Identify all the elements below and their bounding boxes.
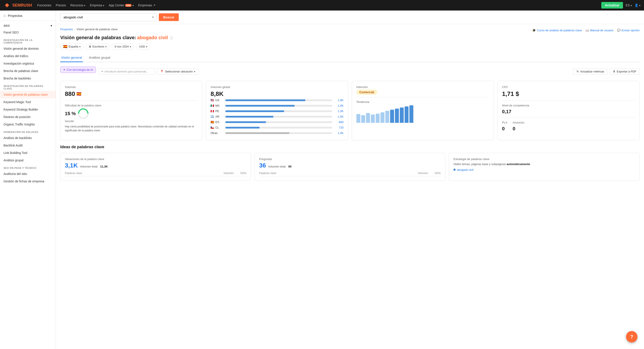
nivel-value: 0,17: [502, 109, 635, 114]
tab-vision-general[interactable]: Visión general: [60, 53, 83, 62]
filter-country[interactable]: 🇪🇸 España: [60, 43, 84, 50]
volume-num: 880: [334, 120, 344, 124]
volume-table: 🇺🇸 US 1,9K 🇲🇽 MX 1,6K 🇵🇪 PE: [210, 97, 344, 136]
kw-dot: [454, 169, 456, 171]
sidebar-category-competencia: INVESTIGACIÓN DE LA COMPETENCIA: [0, 36, 56, 45]
volume-country: 🇪🇸 ES: [210, 120, 224, 124]
volume-row: 🇲🇽 MX 1,6K: [210, 103, 344, 108]
sidebar-item-keyword-magic[interactable]: Keyword Magic Tool: [0, 98, 56, 106]
pla-value: 0: [502, 126, 508, 132]
nav-precios[interactable]: Precios: [56, 3, 66, 7]
volume-bar: [226, 127, 260, 128]
volume-country: 🇦🇷 AR: [210, 115, 224, 118]
nav-recursos[interactable]: Recursos: [70, 3, 86, 7]
page-title-keyword: abogado civil: [137, 35, 168, 40]
preguntas-vol-value: 90: [288, 165, 291, 168]
volume-row: 🇨🇱 CL 720: [210, 125, 344, 130]
volume-bar-wrapper: [226, 99, 332, 101]
nav-empresa[interactable]: Empresa: [90, 3, 104, 7]
btn-export-pdf[interactable]: ⬆ Exportar a PDF: [610, 68, 640, 75]
trend-bar: [376, 114, 380, 123]
device-chevron: [105, 45, 107, 48]
filter-date[interactable]: 6 nov 2024: [112, 43, 134, 49]
lang-selector[interactable]: ES: [626, 3, 632, 7]
trend-bar: [380, 112, 384, 123]
sidebar-item-link-building[interactable]: Link Building Tool: [0, 149, 56, 157]
nav-appcenter[interactable]: App Center new: [109, 3, 134, 7]
clear-icon[interactable]: ✕: [152, 15, 154, 19]
pla-section: PLA 0: [502, 121, 508, 132]
help-button[interactable]: ?: [626, 331, 638, 343]
card-intencion: Intención Comercial Tendencia: [352, 81, 494, 140]
sidebar-item-vision-palabras[interactable]: Visión general de palabras clave: [0, 91, 56, 98]
variaciones-value[interactable]: 3,1K: [65, 162, 78, 169]
domain-input[interactable]: ✦ Introduce dominio para personali...: [98, 68, 155, 75]
link-manual[interactable]: 📖 Manual de usuario: [586, 29, 614, 32]
sidebar-item-panel-seo[interactable]: Panel SEO: [0, 29, 56, 36]
sidebar-proyectos[interactable]: ⌂ Proyectos: [0, 10, 56, 21]
date-label: 6 nov 2024: [114, 45, 128, 48]
sidebar-seo-section[interactable]: SEO ▾: [0, 21, 56, 29]
toolbar-actions: ↻ Actualizar métricas ⬆ Exportar a PDF: [573, 68, 640, 75]
sidebar-item-keyword-strategy[interactable]: Keyword Strategy Builder: [0, 106, 56, 113]
cpc-value: 1,71 $: [502, 90, 635, 97]
btn-actualizar[interactable]: Actualizar: [601, 2, 623, 8]
volume-country: 🇨🇱 CL: [210, 126, 224, 129]
sidebar-item-organic-insights[interactable]: Organic Traffic Insights: [0, 121, 56, 128]
filter-currency[interactable]: USD: [136, 43, 150, 49]
col-kw-2: Palabras clave: [259, 172, 411, 175]
trend-bar: [404, 106, 408, 123]
card-volumen: Volumen 880 🇪🇸 Dificultad de la palabra …: [60, 81, 202, 140]
seo-label: SEO: [4, 24, 10, 27]
volume-bar: [226, 99, 305, 101]
sidebar-item-brecha-backlinks[interactable]: Brecha de backlinks: [0, 75, 56, 82]
content-area: Proyectos › Visión general de palabras c…: [56, 24, 644, 184]
metrics-grid: Volumen 880 🇪🇸 Dificultad de la palabra …: [60, 81, 640, 140]
top-navigation: SEMRUSH Funciones Precios Recursos Empre…: [0, 0, 644, 10]
breadcrumb-proyectos[interactable]: Proyectos: [60, 27, 73, 31]
sidebar-item-analisis-trafico[interactable]: Análisis del tráfico: [0, 52, 56, 60]
variaciones-vol-label: Volumen total:: [80, 165, 98, 168]
sidebar: ⌂ Proyectos SEO ▾ Panel SEO INVESTIGACIÓ…: [0, 10, 56, 349]
nav-empresas[interactable]: Empresas ↗: [138, 3, 156, 7]
trend-bar: [356, 114, 360, 123]
sidebar-item-brecha-palabras[interactable]: Brecha de palabras clave: [0, 67, 56, 75]
sidebar-item-auditoria[interactable]: Auditoría del sitio: [0, 170, 56, 178]
nivel-label: Nivel de competencia: [502, 104, 635, 107]
btn-buscar[interactable]: Buscar: [159, 13, 179, 21]
link-curso[interactable]: 🎓 Curso de análisis de palabras clave: [532, 29, 582, 32]
user-menu[interactable]: 👤: [634, 3, 640, 7]
home-icon: ⌂: [4, 13, 6, 17]
sidebar-item-analisis-grupal[interactable]: Análisis grupal: [0, 157, 56, 164]
kd-label: Dificultad de la palabra clave: [65, 104, 198, 107]
sidebar-item-vision-dominio[interactable]: Visión general de dominio: [0, 45, 56, 52]
sidebar-item-backlinks[interactable]: Análisis de backlinks: [0, 134, 56, 142]
otras-label: Otras: [210, 131, 224, 135]
sidebar-item-backlink-audit[interactable]: Backlink Audit: [0, 142, 56, 149]
sidebar-item-rastreo[interactable]: Rastreo de posición: [0, 113, 56, 121]
kd-value: 15 %: [65, 108, 198, 119]
search-input[interactable]: [60, 13, 156, 21]
logo[interactable]: SEMRUSH: [4, 2, 32, 9]
appcenter-badge: new: [125, 4, 132, 7]
info-icon[interactable]: ⓘ: [170, 36, 173, 40]
col-vol-1: Volumen: [218, 172, 234, 175]
intencion-label: Intención: [356, 85, 489, 89]
trend-bar: [361, 115, 365, 123]
filter-device[interactable]: 🖥 Escritorio: [86, 43, 110, 49]
tab-analisis-grupal[interactable]: Análisis grupal: [88, 53, 111, 62]
tendencia-label: Tendencia: [356, 100, 489, 104]
location-btn[interactable]: 📍 Seleccionar ubicación: [157, 68, 198, 75]
page-title-prefix: Visión general de palabras clave:: [60, 35, 136, 40]
domain-placeholder: Introduce dominio para personali...: [104, 70, 148, 73]
sidebar-item-fichas[interactable]: Gestión de fichas de empresa: [0, 178, 56, 185]
nav-funciones[interactable]: Funciones: [37, 3, 52, 7]
card-estrategia: Estrategia de palabras clave Obtén temas…: [449, 153, 640, 181]
ai-banner: ✦ Con tecnología de IA: [60, 66, 96, 73]
preguntas-value[interactable]: 36: [259, 162, 266, 169]
sidebar-item-investigacion-organica[interactable]: Investigación orgánica: [0, 60, 56, 67]
anuncios-value: 0: [512, 126, 524, 132]
btn-refresh-metrics[interactable]: ↻ Actualizar métricas: [573, 68, 608, 75]
pla-anuncios: PLA 0 Anuncios 0: [502, 121, 635, 132]
link-opinion[interactable]: 💬 Enviar opinión: [617, 29, 640, 32]
